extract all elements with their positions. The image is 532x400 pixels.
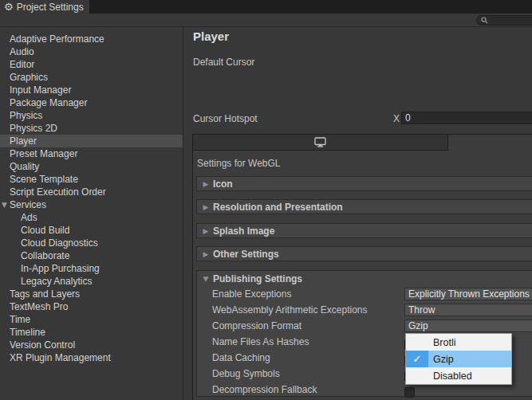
foldout-collapsed-icon: ▶ bbox=[201, 250, 211, 258]
enable-exceptions-label: Enable Exceptions bbox=[212, 288, 291, 300]
settings-category-list: Adaptive Performance Audio Editor Graphi… bbox=[0, 27, 183, 400]
default-cursor-label: Default Cursor bbox=[193, 57, 254, 68]
sidebar-item-physics-2d[interactable]: Physics 2D bbox=[0, 122, 183, 135]
compression-format-menu: Brotli ✓ Gzip Disabled bbox=[405, 333, 512, 385]
menu-item-brotli[interactable]: Brotli bbox=[406, 334, 511, 351]
sidebar-item-label: Time bbox=[10, 314, 30, 325]
toolbar bbox=[0, 14, 532, 27]
sidebar-divider bbox=[183, 26, 183, 400]
project-settings-window: ⚙ Project Settings Adaptive Performance … bbox=[0, 0, 532, 400]
sidebar-item-label: Player bbox=[10, 135, 37, 147]
sidebar-item-label: Cloud Build bbox=[21, 225, 69, 236]
sidebar-item-label: In-App Purchasing bbox=[21, 263, 100, 274]
sidebar-item-quality[interactable]: Quality bbox=[0, 160, 183, 173]
sidebar-item-graphics[interactable]: Graphics bbox=[0, 71, 183, 84]
sidebar-item-xr-plugin-management[interactable]: XR Plugin Management bbox=[0, 351, 183, 364]
sidebar-item-label: Legacy Analytics bbox=[21, 276, 92, 287]
foldout-expanded-icon: ▼ bbox=[201, 275, 211, 283]
sidebar-item-label: Package Manager bbox=[10, 97, 87, 108]
sidebar-item-label: Collaborate bbox=[21, 250, 69, 261]
foldout-collapsed-icon: ▶ bbox=[201, 203, 211, 211]
sidebar-item-script-execution-order[interactable]: Script Execution Order bbox=[0, 186, 183, 198]
sidebar-item-label: XR Plugin Management bbox=[10, 352, 111, 363]
foldout-collapsed-icon: ▶ bbox=[201, 180, 211, 188]
sidebar-item-version-control[interactable]: Version Control bbox=[0, 339, 183, 351]
tab-webgl-platform[interactable] bbox=[193, 135, 448, 151]
sidebar-item-services[interactable]: ▼Services bbox=[0, 198, 183, 211]
sidebar-item-cloud-build[interactable]: Cloud Build bbox=[0, 224, 183, 237]
window-tab-title: Project Settings bbox=[17, 2, 84, 13]
project-settings-tab[interactable]: ⚙ Project Settings bbox=[0, 0, 89, 14]
checkmark-icon: ✓ bbox=[413, 353, 422, 365]
settings-for-webgl-label: Settings for WebGL bbox=[197, 158, 281, 169]
sidebar-item-legacy-analytics[interactable]: Legacy Analytics bbox=[0, 275, 183, 288]
sidebar-item-adaptive-performance[interactable]: Adaptive Performance bbox=[0, 33, 183, 45]
debug-symbols-label: Debug Symbols bbox=[212, 368, 280, 379]
menu-item-disabled[interactable]: Disabled bbox=[406, 367, 511, 384]
compression-format-dropdown[interactable]: Gzip bbox=[404, 320, 532, 332]
sidebar-item-timeline[interactable]: Timeline bbox=[0, 326, 183, 339]
sidebar-item-label: Physics bbox=[10, 110, 42, 121]
hotspot-x-axis-label: X bbox=[393, 113, 400, 124]
sidebar-item-label: Quality bbox=[10, 161, 39, 172]
search-icon bbox=[481, 17, 488, 24]
sidebar-item-editor[interactable]: Editor bbox=[0, 58, 183, 71]
sidebar-item-label: Services bbox=[10, 199, 46, 210]
foldout-expanded-icon[interactable]: ▼ bbox=[2, 198, 7, 211]
sidebar-item-label: Audio bbox=[10, 46, 34, 57]
sidebar-item-label: Ads bbox=[21, 212, 37, 223]
sidebar-item-in-app-purchasing[interactable]: In-App Purchasing bbox=[0, 262, 183, 275]
sidebar-item-tags-and-layers[interactable]: Tags and Layers bbox=[0, 288, 183, 300]
menu-check-gutter bbox=[406, 334, 428, 351]
sidebar-item-textmesh-pro[interactable]: TextMesh Pro bbox=[0, 300, 183, 313]
publishing-settings-header[interactable]: ▼ Publishing Settings bbox=[197, 271, 532, 286]
sidebar-item-label: TextMesh Pro bbox=[10, 301, 68, 312]
sidebar-item-label: Version Control bbox=[10, 339, 75, 351]
data-caching-label: Data Caching bbox=[212, 352, 270, 363]
sidebar-item-player[interactable]: Player bbox=[0, 135, 183, 147]
sidebar-item-label: Cloud Diagnostics bbox=[21, 237, 98, 249]
sidebar-item-scene-template[interactable]: Scene Template bbox=[0, 173, 183, 186]
sidebar-item-physics[interactable]: Physics bbox=[0, 109, 183, 122]
enable-exceptions-dropdown[interactable]: Explicitly Thrown Exceptions bbox=[404, 288, 532, 300]
sidebar-item-label: Preset Manager bbox=[10, 148, 77, 159]
sidebar-item-label: Timeline bbox=[10, 327, 45, 338]
foldout-collapsed-icon: ▶ bbox=[201, 227, 211, 235]
sidebar-item-ads[interactable]: Ads bbox=[0, 211, 183, 224]
webassembly-arithmetic-exceptions-dropdown[interactable]: Throw bbox=[404, 304, 532, 316]
webgl-monitor-icon bbox=[314, 137, 326, 147]
sidebar-item-label: Input Manager bbox=[10, 84, 71, 96]
menu-item-gzip[interactable]: ✓ Gzip bbox=[406, 351, 511, 367]
section-splash-image[interactable]: ▶ Splash Image bbox=[196, 223, 532, 238]
sidebar-item-label: Editor bbox=[10, 59, 34, 70]
section-icon[interactable]: ▶ Icon bbox=[196, 176, 532, 191]
gear-icon: ⚙ bbox=[4, 0, 14, 14]
sidebar-item-label: Script Execution Order bbox=[10, 186, 106, 198]
sidebar-item-audio[interactable]: Audio bbox=[0, 45, 183, 58]
decompression-fallback-checkbox[interactable] bbox=[404, 387, 415, 398]
sidebar-item-cloud-diagnostics[interactable]: Cloud Diagnostics bbox=[0, 237, 183, 249]
menu-check-gutter: ✓ bbox=[406, 351, 428, 367]
sidebar-item-preset-manager[interactable]: Preset Manager bbox=[0, 147, 183, 160]
sidebar-item-collaborate[interactable]: Collaborate bbox=[0, 249, 183, 262]
search-input[interactable] bbox=[476, 15, 532, 25]
sidebar-item-label: Physics 2D bbox=[10, 123, 57, 134]
sidebar-item-input-manager[interactable]: Input Manager bbox=[0, 84, 183, 96]
sidebar-item-label: Scene Template bbox=[10, 174, 78, 185]
menu-check-gutter bbox=[406, 367, 428, 384]
sidebar-item-label: Adaptive Performance bbox=[10, 33, 104, 45]
section-resolution-and-presentation[interactable]: ▶ Resolution and Presentation bbox=[196, 199, 532, 214]
decompression-fallback-label: Decompression Fallback bbox=[212, 384, 317, 395]
section-other-settings[interactable]: ▶ Other Settings bbox=[196, 246, 532, 261]
sidebar-item-package-manager[interactable]: Package Manager bbox=[0, 96, 183, 109]
webassembly-arithmetic-exceptions-label: WebAssembly Arithmetic Exceptions bbox=[212, 304, 368, 316]
hotspot-x-input[interactable] bbox=[401, 112, 532, 124]
cursor-hotspot-label: Cursor Hotspot bbox=[193, 113, 258, 124]
sidebar-item-label: Tags and Layers bbox=[10, 288, 80, 300]
sidebar-item-label: Graphics bbox=[10, 72, 48, 83]
name-files-as-hashes-label: Name Files As Hashes bbox=[212, 336, 309, 347]
compression-format-label: Compression Format bbox=[212, 320, 301, 331]
sidebar-item-time[interactable]: Time bbox=[0, 313, 183, 326]
page-title: Player bbox=[193, 29, 229, 43]
